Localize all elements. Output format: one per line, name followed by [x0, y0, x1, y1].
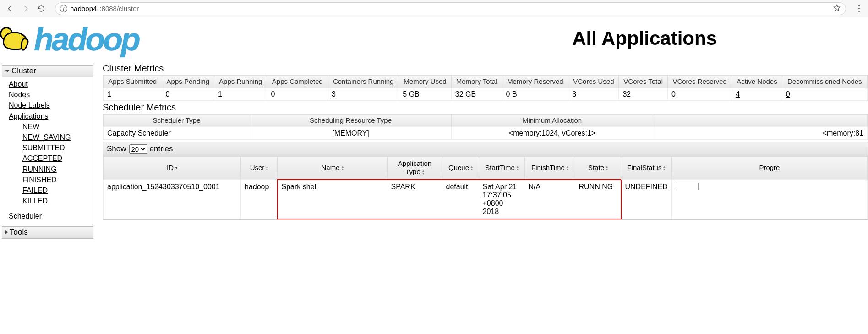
active-nodes-link[interactable]: 4 — [736, 90, 740, 98]
apps-h-state[interactable]: State▴▾ — [575, 156, 621, 180]
apps-table-wrap: ID▾ User▴▾ Name▴▾ Application Type▴▾ Que… — [103, 156, 868, 220]
sort-icon: ▴▾ — [567, 165, 568, 171]
sidebar-link-state-finished[interactable]: FINISHED — [22, 175, 90, 185]
sidebar-tools-label: Tools — [10, 228, 28, 237]
sm-v-1: [MEMORY] — [250, 127, 452, 139]
cm-h-3[interactable]: Apps Completed — [267, 76, 328, 88]
cm-h-10[interactable]: VCores Reserved — [667, 76, 732, 88]
apps-table: ID▾ User▴▾ Name▴▾ Application Type▴▾ Que… — [103, 156, 868, 220]
sidebar-link-state-new[interactable]: NEW — [22, 121, 90, 132]
decommissioned-nodes-link[interactable]: 0 — [786, 90, 790, 98]
sidebar-link-scheduler[interactable]: Scheduler — [9, 211, 90, 221]
app-finish-cell: N/A — [525, 180, 575, 219]
sidebar-link-nodes[interactable]: Nodes — [9, 89, 90, 100]
apps-h-user[interactable]: User▴▾ — [241, 156, 278, 180]
sm-h-3[interactable] — [653, 114, 868, 127]
show-entries-bar: Show 20 entries — [103, 142, 868, 156]
sm-h-0[interactable]: Scheduler Type — [104, 114, 250, 127]
bookmark-icon[interactable] — [833, 4, 841, 13]
cluster-metrics-table-wrap: Apps Submitted Apps Pending Apps Running… — [103, 75, 868, 101]
sidebar-link-state-submitted[interactable]: SUBMITTED — [22, 142, 90, 153]
sort-icon: ▾ — [175, 167, 177, 170]
cm-v-0: 1 — [104, 88, 162, 100]
app-type-cell: SPARK — [388, 180, 442, 219]
apps-h-start[interactable]: StartTime▴▾ — [479, 156, 525, 180]
sort-icon: ▴▾ — [422, 170, 424, 175]
cm-h-12[interactable]: Decommissioned Nodes — [782, 76, 867, 88]
cm-v-11: 4 — [732, 88, 782, 100]
cm-h-0[interactable]: Apps Submitted — [104, 76, 162, 88]
cm-h-8[interactable]: VCores Used — [568, 76, 619, 88]
sidebar-link-state-killed[interactable]: KILLED — [22, 196, 90, 206]
app-start-cell: Sat Apr 21 17:37:05 +0800 2018 — [479, 180, 525, 219]
sidebar-link-node-labels[interactable]: Node Labels — [9, 100, 90, 110]
cm-v-6: 32 GB — [451, 88, 502, 100]
cluster-metrics-table: Apps Submitted Apps Pending Apps Running… — [103, 75, 868, 101]
sidebar-tools-header[interactable]: Tools — [2, 227, 93, 238]
sort-icon: ▴▾ — [663, 165, 665, 171]
cm-h-7[interactable]: Memory Reserved — [502, 76, 568, 88]
page-header: hadoop All Applications — [0, 19, 868, 58]
scheduler-metrics-title: Scheduler Metrics — [103, 102, 868, 113]
url-host: hadoop4 — [70, 5, 97, 12]
main-content: Cluster Metrics Apps Submitted Apps Pend… — [103, 62, 868, 220]
browser-menu-icon[interactable] — [854, 5, 863, 12]
app-user-cell: hadoop — [241, 180, 278, 219]
sm-v-3: <memory:81 — [653, 127, 868, 139]
cm-v-9: 32 — [619, 88, 667, 100]
cluster-metrics-title: Cluster Metrics — [103, 63, 868, 74]
caret-down-icon — [5, 70, 10, 72]
sort-icon: ▴▾ — [471, 165, 473, 171]
sm-h-2[interactable]: Minimum Allocation — [452, 114, 653, 127]
sidebar-link-state-failed[interactable]: FAILED — [22, 185, 90, 196]
cm-h-5[interactable]: Memory Used — [399, 76, 451, 88]
app-id-cell: application_1524303370510_0001 — [104, 180, 241, 219]
apps-h-progress[interactable]: Progre — [671, 156, 867, 180]
cm-v-2: 1 — [214, 88, 267, 100]
cm-h-9[interactable]: VCores Total — [619, 76, 667, 88]
sidebar-link-state-running[interactable]: RUNNING — [22, 164, 90, 175]
app-state-cell: RUNNING — [575, 180, 621, 219]
sidebar-link-applications[interactable]: Applications — [9, 111, 90, 121]
browser-toolbar: i hadoop4:8088/cluster — [0, 0, 868, 17]
cm-h-2[interactable]: Apps Running — [214, 76, 267, 88]
sidebar-link-about[interactable]: About — [9, 79, 90, 89]
app-progress-cell — [671, 180, 867, 219]
sidebar: Cluster About Nodes Node Labels Applicat… — [2, 65, 93, 240]
scheduler-metrics-table-wrap: Scheduler Type Scheduling Resource Type … — [103, 114, 868, 140]
cm-h-1[interactable]: Apps Pending — [162, 76, 214, 88]
apps-h-finish[interactable]: FinishTime▴▾ — [525, 156, 575, 180]
cm-v-1: 0 — [162, 88, 214, 100]
sidebar-tools-box: Tools — [2, 226, 93, 239]
address-bar[interactable]: i hadoop4:8088/cluster — [55, 2, 846, 15]
cm-v-8: 3 — [568, 88, 619, 100]
sidebar-link-state-new-saving[interactable]: NEW_SAVING — [22, 132, 90, 142]
apps-h-type[interactable]: Application Type▴▾ — [388, 156, 442, 180]
sort-icon: ▴▾ — [342, 165, 344, 171]
cm-h-11[interactable]: Active Nodes — [732, 76, 782, 88]
apps-h-finalstatus[interactable]: FinalStatus▴▾ — [621, 156, 672, 180]
app-id-link[interactable]: application_1524303370510_0001 — [107, 183, 220, 191]
sm-h-1[interactable]: Scheduling Resource Type — [250, 114, 452, 127]
app-finalstatus-cell: UNDEFINED — [621, 180, 672, 219]
site-info-icon[interactable]: i — [60, 5, 67, 12]
entries-select[interactable]: 20 — [129, 144, 147, 154]
apps-h-id[interactable]: ID▾ — [104, 156, 241, 180]
apps-h-name[interactable]: Name▴▾ — [278, 156, 388, 180]
cm-h-6[interactable]: Memory Total — [451, 76, 502, 88]
page-title: All Applications — [572, 27, 717, 49]
sort-icon: ▴▾ — [266, 165, 268, 171]
apps-h-queue[interactable]: Queue▴▾ — [442, 156, 479, 180]
forward-button[interactable] — [20, 3, 31, 14]
reload-button[interactable] — [36, 3, 47, 14]
sidebar-link-state-accepted[interactable]: ACCEPTED — [22, 153, 90, 164]
url-rest: :8088/cluster — [99, 5, 139, 12]
cm-v-10: 0 — [667, 88, 732, 100]
cm-h-4[interactable]: Containers Running — [328, 76, 399, 88]
cm-v-4: 3 — [328, 88, 399, 100]
cm-v-7: 0 B — [502, 88, 568, 100]
sidebar-cluster-header[interactable]: Cluster — [2, 66, 93, 77]
back-button[interactable] — [5, 3, 16, 14]
app-name-cell: Spark shell — [278, 180, 388, 219]
scheduler-metrics-table: Scheduler Type Scheduling Resource Type … — [103, 114, 868, 140]
